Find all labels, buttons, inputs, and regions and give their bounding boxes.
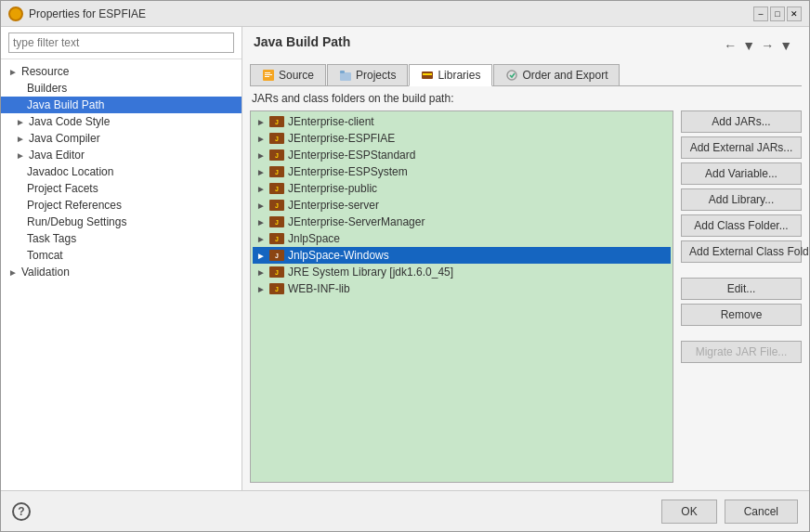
expand-arrow: ► xyxy=(256,167,266,177)
expand-arrow: ► xyxy=(256,217,266,227)
jar-icon: J xyxy=(269,183,284,194)
back-button[interactable]: ← xyxy=(722,38,738,53)
tab-order-and-export[interactable]: Order and Export xyxy=(493,64,620,85)
lib-label: JEnterprise-public xyxy=(288,182,377,195)
source-icon xyxy=(262,69,275,82)
tab-libraries[interactable]: Libraries xyxy=(409,64,492,86)
sidebar-item-label: Java Build Path xyxy=(27,98,104,111)
list-item[interactable]: ► J JEnterprise-ESPStandard xyxy=(253,147,671,163)
lib-label: JRE System Library [jdk1.6.0_45] xyxy=(288,266,453,279)
list-item[interactable]: ► J WEB-INF-lib xyxy=(253,280,671,297)
list-item[interactable]: ► J JEnterprise-client xyxy=(253,113,671,130)
sidebar-item-task-tags[interactable]: Task Tags xyxy=(1,230,242,247)
sidebar-item-java-build-path[interactable]: Java Build Path xyxy=(1,97,242,113)
list-item[interactable]: ► J JEnterprise-ESPFIAE xyxy=(253,130,671,147)
ok-button[interactable]: OK xyxy=(661,500,716,524)
list-item[interactable]: ► J JEnterprise-ServerManager xyxy=(253,214,671,230)
sidebar-item-tomcat[interactable]: Tomcat xyxy=(1,247,242,264)
projects-icon xyxy=(339,69,352,82)
filter-bar xyxy=(1,27,242,59)
svg-rect-5 xyxy=(340,71,345,73)
expand-arrow: ► xyxy=(16,134,25,144)
forward-dropdown-button[interactable]: ▼ xyxy=(777,38,794,53)
tree-list: ► Resource Builders Java Build Path ► Ja… xyxy=(1,59,242,490)
left-panel: ► Resource Builders Java Build Path ► Ja… xyxy=(1,27,242,490)
sidebar-item-label: Tomcat xyxy=(27,249,63,262)
expand-arrow: ► xyxy=(8,267,18,278)
lib-label: JEnterprise-ServerManager xyxy=(288,215,425,228)
sidebar-item-label: Javadoc Location xyxy=(27,165,113,178)
dialog-action-buttons: OK Cancel xyxy=(661,500,798,524)
list-item[interactable]: ► J JEnterprise-ESPSystem xyxy=(253,163,671,180)
jar-icon: J xyxy=(269,116,284,127)
forward-button[interactable]: → xyxy=(759,38,776,53)
lib-label: WEB-INF-lib xyxy=(288,282,350,295)
sidebar-item-run-debug-settings[interactable]: Run/Debug Settings xyxy=(1,214,242,230)
jar-icon: J xyxy=(269,250,284,261)
sidebar-item-builders[interactable]: Builders xyxy=(1,80,242,97)
sidebar-item-label: Run/Debug Settings xyxy=(27,215,126,228)
svg-rect-1 xyxy=(265,72,270,73)
add-jars-button[interactable]: Add JARs... xyxy=(681,110,802,133)
tab-bar: Source Projects Libraries xyxy=(250,64,802,86)
tab-libraries-label: Libraries xyxy=(438,69,480,82)
dropdown-button[interactable]: ▼ xyxy=(740,38,757,53)
list-item[interactable]: ► J JEnterprise-server xyxy=(253,197,671,214)
build-path-description: JARs and class folders on the build path… xyxy=(250,92,802,105)
sidebar-item-label: Builders xyxy=(27,82,67,95)
sidebar-item-validation[interactable]: ► Validation xyxy=(1,264,242,280)
add-external-jars-button[interactable]: Add External JARs... xyxy=(681,136,802,159)
expand-arrow: ► xyxy=(16,150,25,161)
spacer-2 xyxy=(681,330,802,337)
list-item[interactable]: ► J JnlpSpace xyxy=(253,230,671,247)
jar-icon: J xyxy=(269,200,284,211)
edit-button[interactable]: Edit... xyxy=(681,278,802,300)
sidebar-item-label: Java Compiler xyxy=(29,132,100,145)
sidebar-item-java-compiler[interactable]: ► Java Compiler xyxy=(1,130,242,147)
minimize-button[interactable]: – xyxy=(753,6,768,21)
tab-projects[interactable]: Projects xyxy=(327,64,408,85)
add-variable-button[interactable]: Add Variable... xyxy=(681,162,802,185)
close-button[interactable]: ✕ xyxy=(787,6,802,21)
order-icon xyxy=(505,69,518,82)
bottom-bar: ? OK Cancel xyxy=(1,490,809,531)
migrate-jar-file-button[interactable]: Migrate JAR File... xyxy=(681,341,802,363)
expand-arrow: ► xyxy=(256,134,266,144)
sidebar-item-label: Resource xyxy=(21,65,69,78)
list-item[interactable]: ► J JRE System Library [jdk1.6.0_45] xyxy=(253,264,671,280)
help-button[interactable]: ? xyxy=(12,502,31,521)
svg-rect-2 xyxy=(265,74,272,75)
list-item[interactable]: ► J JEnterprise-public xyxy=(253,180,671,197)
sidebar-item-label: Java Editor xyxy=(29,149,85,162)
sidebar-item-project-references[interactable]: Project References xyxy=(1,197,242,214)
remove-button[interactable]: Remove xyxy=(681,304,802,326)
expand-arrow: ► xyxy=(256,184,266,194)
sidebar-item-java-editor[interactable]: ► Java Editor xyxy=(1,147,242,163)
svg-rect-4 xyxy=(340,72,351,81)
maximize-button[interactable]: □ xyxy=(770,6,785,21)
sidebar-item-javadoc-location[interactable]: Javadoc Location xyxy=(1,163,242,180)
sidebar-item-resource[interactable]: ► Resource xyxy=(1,63,242,80)
sidebar-item-label: Java Code Style xyxy=(29,115,110,128)
add-external-class-folder-button[interactable]: Add External Class Folder... xyxy=(681,240,802,263)
lib-label: JnlpSpace xyxy=(288,232,340,245)
expand-arrow: ► xyxy=(256,284,266,294)
lib-label: JEnterprise-ESPStandard xyxy=(288,149,415,162)
libraries-list: ► J JEnterprise-client ► J JEnterprise-E… xyxy=(250,110,673,483)
filter-input[interactable] xyxy=(8,32,234,53)
tab-order-label: Order and Export xyxy=(522,69,608,82)
add-class-folder-button[interactable]: Add Class Folder... xyxy=(681,214,802,237)
expand-arrow: ► xyxy=(256,117,266,127)
sidebar-item-label: Task Tags xyxy=(27,232,76,245)
jar-icon: J xyxy=(269,216,284,227)
sidebar-item-label: Project Facets xyxy=(27,182,98,195)
sidebar-item-java-code-style[interactable]: ► Java Code Style xyxy=(1,113,242,130)
lib-label: JnlpSpace-Windows xyxy=(288,249,389,262)
expand-arrow: ► xyxy=(256,234,266,244)
list-item[interactable]: ► J JnlpSpace-Windows xyxy=(253,247,671,264)
cancel-button[interactable]: Cancel xyxy=(725,500,798,524)
libraries-icon xyxy=(421,69,434,82)
tab-source[interactable]: Source xyxy=(250,64,326,85)
sidebar-item-project-facets[interactable]: Project Facets xyxy=(1,180,242,197)
add-library-button[interactable]: Add Library... xyxy=(681,188,802,211)
